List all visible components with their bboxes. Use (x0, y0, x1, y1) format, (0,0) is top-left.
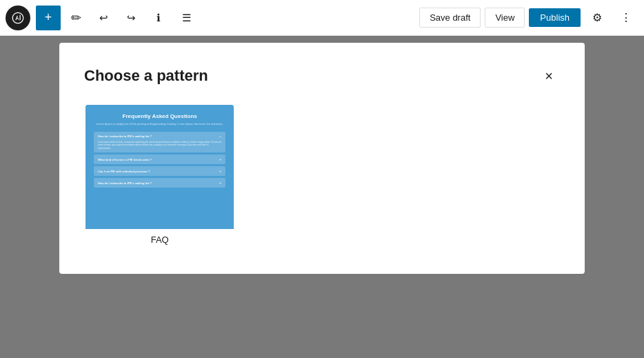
faq-item-body-1: Lorem Ipsum dolor sit amet, consectetur … (98, 141, 221, 150)
modal-title: Choose a pattern (84, 67, 208, 85)
faq-item-text-1: How do I subscribe to PIE's mailing list… (98, 135, 152, 138)
faq-expand-icon-4: + (219, 181, 222, 185)
pattern-preview-faq: Frequently Asked Questions Lorem Ipsum i… (85, 105, 234, 229)
list-view-button[interactable]: ☰ (174, 6, 199, 30)
toolbar: + ✏ ↩ ↪ ℹ ☰ Save draft View Publish ⚙ ⋮ (0, 0, 644, 36)
info-icon: ℹ (157, 12, 161, 24)
faq-item-3: Can I run PIE with unlimited precision ?… (94, 166, 225, 176)
wp-icon (11, 11, 25, 25)
faq-preview-title: Frequently Asked Questions (94, 113, 225, 119)
modal-close-button[interactable]: × (538, 65, 560, 87)
save-draft-button[interactable]: Save draft (419, 8, 481, 28)
publish-button[interactable]: Publish (529, 8, 581, 27)
choose-pattern-modal: Choose a pattern × Frequently Asked Ques… (59, 43, 585, 274)
faq-item-expanded: How do I subscribe to PIE's mailing list… (94, 132, 225, 153)
settings-button[interactable]: ⚙ (585, 6, 610, 30)
faq-item-4: How do I subscribe to PIE's mailing list… (94, 178, 225, 188)
info-button[interactable]: ℹ (146, 6, 171, 30)
faq-expand-icon-3: + (219, 169, 222, 173)
faq-item-header: How do I subscribe to PIE's mailing list… (98, 135, 221, 139)
edit-icon: ✏ (71, 10, 81, 26)
add-block-button[interactable]: + (36, 6, 61, 30)
more-options-button[interactable]: ⋮ (614, 6, 638, 30)
faq-preview-subtitle: Lorem Ipsum is simply text of the printi… (94, 122, 225, 126)
faq-expand-icon-2: + (219, 157, 222, 161)
faq-collapse-icon: − (219, 135, 222, 139)
pattern-card-faq[interactable]: Frequently Asked Questions Lorem Ipsum i… (84, 103, 235, 249)
wordpress-logo (6, 6, 30, 30)
redo-icon: ↪ (127, 12, 136, 24)
settings-icon: ⚙ (592, 11, 602, 24)
pattern-label-faq: FAQ (85, 229, 234, 248)
redo-button[interactable]: ↪ (119, 6, 143, 30)
modal-header: Choose a pattern × (84, 65, 560, 87)
undo-icon: ↩ (99, 12, 108, 24)
pattern-grid: Frequently Asked Questions Lorem Ipsum i… (84, 103, 560, 249)
modal-overlay[interactable]: Choose a pattern × Frequently Asked Ques… (0, 36, 644, 358)
faq-item-text-4: How do I subscribe to PIE's mailing list… (98, 181, 152, 185)
view-button[interactable]: View (485, 8, 525, 28)
faq-item-text-2: What kind of licence is PIE listed under… (98, 158, 152, 161)
faq-item-2: What kind of licence is PIE listed under… (94, 155, 225, 164)
undo-button[interactable]: ↩ (91, 6, 116, 30)
more-icon: ⋮ (621, 11, 632, 24)
toolbar-right: Save draft View Publish ⚙ ⋮ (419, 6, 638, 30)
edit-button[interactable]: ✏ (63, 6, 88, 30)
list-icon: ☰ (182, 12, 191, 24)
main-area: Choose a pattern × Frequently Asked Ques… (0, 36, 644, 358)
faq-item-text-3: Can I run PIE with unlimited precision ? (98, 170, 150, 173)
